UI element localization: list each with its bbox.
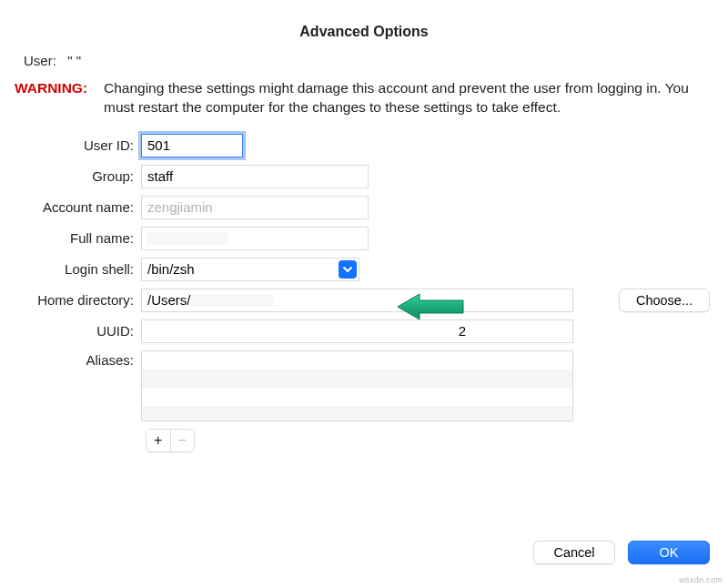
home-directory-label: Home directory: (0, 292, 141, 308)
warning-block: WARNING: Changing these settings might d… (0, 79, 728, 117)
user-label: User: (24, 53, 56, 68)
user-id-label: User ID: (0, 137, 141, 153)
dialog-title: Advanced Options (0, 0, 728, 53)
watermark: wsxdn.com (679, 575, 723, 584)
alias-row[interactable] (142, 388, 572, 406)
login-shell-label: Login shell: (0, 261, 141, 277)
alias-row[interactable] (142, 351, 572, 370)
choose-button[interactable]: Choose... (619, 289, 710, 312)
alias-add-remove-group: + − (146, 429, 195, 452)
user-name: " " (67, 53, 81, 68)
user-row: User: " " (0, 53, 728, 68)
login-shell-dropdown-button[interactable] (339, 260, 357, 279)
chevron-down-icon (343, 265, 352, 274)
warning-text: Changing these settings might damage thi… (104, 79, 712, 117)
aliases-list[interactable] (141, 350, 573, 421)
uuid-input[interactable] (141, 319, 573, 343)
remove-alias-button[interactable]: − (170, 430, 195, 451)
group-input[interactable] (141, 165, 369, 188)
aliases-label: Aliases: (0, 350, 141, 368)
warning-label: WARNING: (15, 79, 104, 98)
account-name-label: Account name: (0, 199, 141, 215)
account-name-input[interactable] (141, 196, 369, 219)
add-alias-button[interactable]: + (147, 430, 170, 451)
dialog-buttons: Cancel OK (533, 541, 710, 564)
alias-row[interactable] (142, 370, 572, 388)
uuid-label: UUID: (0, 323, 141, 339)
login-shell-input[interactable] (142, 259, 339, 280)
ok-button[interactable]: OK (628, 541, 710, 564)
login-shell-combo[interactable] (141, 258, 359, 281)
user-id-input[interactable] (141, 134, 243, 157)
cancel-button[interactable]: Cancel (533, 541, 615, 564)
full-name-label: Full name: (0, 230, 141, 246)
alias-row[interactable] (142, 406, 572, 421)
group-label: Group: (0, 168, 141, 184)
